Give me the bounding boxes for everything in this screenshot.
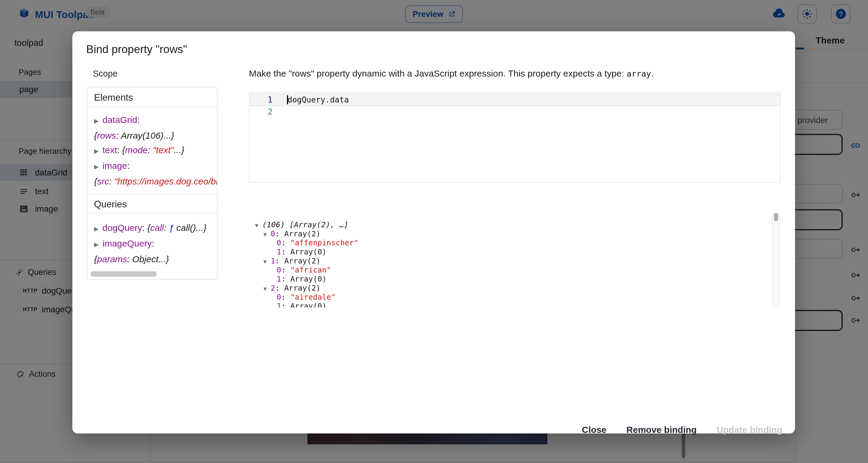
text-segment: : Object...} [127, 254, 169, 264]
text-segment: : Array(0) [281, 274, 327, 283]
text-segment: : [152, 238, 154, 248]
scope-horizontal-scrollbar[interactable] [90, 271, 157, 277]
text-segment: : [127, 160, 130, 171]
text-segment: "airedale" [290, 292, 336, 302]
text-segment: image [102, 160, 127, 171]
text-segment: : [148, 145, 153, 155]
scope-query-row[interactable]: ▶imageQuery: [94, 236, 217, 252]
text-segment: rows [97, 130, 116, 141]
dialog-actions: Close Remove binding Update binding [72, 419, 795, 439]
text-segment: call [150, 222, 164, 233]
text-segment: : [109, 176, 114, 186]
tree-scrollbar-thumb[interactable] [774, 213, 778, 221]
text-segment: : [117, 145, 122, 155]
dialog-title: Bind property "rows" [86, 43, 187, 56]
text-segment: "https://images.dog.ceo/breeds/ [114, 176, 218, 186]
toolpad-editor: MUI Toolpad Beta Preview [0, 0, 868, 463]
js-expression-editor[interactable]: 1 dogQuery.data 2 [249, 92, 781, 183]
text-segment: ▶ [94, 238, 102, 252]
text-segment: array [627, 69, 651, 79]
text-segment: "text" [153, 145, 174, 155]
text-segment: { [122, 145, 125, 155]
text-segment: dogQuery [102, 222, 142, 233]
text-segment: text [102, 145, 117, 155]
tree-row[interactable]: ▼0: Array(2) [249, 229, 781, 238]
text-segment: : Array(2) [275, 283, 321, 292]
text-segment: call()...} [174, 222, 207, 233]
scope-element-row[interactable]: {src: "https://images.dog.ceo/breeds/ [94, 174, 217, 189]
result-preview-tree: ▼(106) [Array(2), …] ▼0: Array(2) 0: "af… [249, 212, 781, 307]
text-segment: 2 [271, 283, 275, 292]
text-segment: 1 [277, 274, 281, 283]
text-segment: imageQuery [102, 238, 152, 248]
tree-row[interactable]: 0: "airedale" [249, 292, 781, 302]
text-segment: 1 [277, 247, 281, 256]
scope-element-row[interactable]: {rows: Array(106)...} [94, 128, 217, 143]
text-segment: ▼ [264, 284, 271, 294]
tree-row[interactable]: 1: Array(0) [249, 302, 781, 307]
scope-panel: Elements ▶dataGrid: {rows: Array(106)...… [87, 87, 218, 280]
text-segment: { [94, 176, 97, 186]
text-segment: 1 [277, 302, 281, 307]
remove-binding-button[interactable]: Remove binding [626, 424, 696, 434]
elements-header: Elements [87, 87, 217, 107]
text-segment: "african" [290, 265, 331, 274]
editor-line[interactable]: 2 [250, 106, 780, 118]
text-segment: { [147, 222, 150, 233]
scope-query-row[interactable]: ▶dogQuery: {call: ƒ call()...} [94, 221, 217, 236]
scope-element-row[interactable]: ▶image: [94, 159, 217, 174]
text-segment: : [164, 222, 169, 233]
text-segment: mode [125, 145, 148, 155]
tree-row[interactable]: ▼2: Array(2) [249, 283, 781, 292]
text-segment: : Array(2) [275, 229, 321, 238]
scope-element-row[interactable]: ▶text: {mode: "text"...} [94, 143, 217, 159]
text-segment: . [651, 68, 653, 79]
tree-row[interactable]: ▼1: Array(2) [249, 256, 781, 265]
update-binding-button[interactable]: Update binding [717, 424, 782, 434]
text-segment: ▶ [94, 144, 102, 159]
tree-row[interactable]: 1: Array(0) [249, 274, 781, 283]
text-segment: dataGrid [102, 115, 137, 125]
text-segment: : [137, 115, 140, 125]
text-segment: 0 [277, 238, 281, 247]
text-segment: src [97, 176, 109, 186]
queries-tree: ▶dogQuery: {call: ƒ call()...} ▶imageQue… [87, 213, 217, 270]
scope-element-row[interactable]: ▶dataGrid: [94, 113, 217, 128]
text-segment: { [94, 254, 97, 264]
tree-scrollbar-track [772, 212, 780, 307]
text-segment: : [281, 238, 290, 247]
editor-line[interactable]: 1 dogQuery.data [250, 93, 780, 106]
scope-query-row[interactable]: {params: Object...} [94, 252, 217, 267]
text-segment: Make the "rows" property dynamic with a … [249, 68, 627, 79]
scope-queries-header: Queries [87, 193, 217, 213]
text-segment: 0 [277, 265, 281, 274]
text-segment: ...} [174, 145, 184, 155]
tree-row[interactable]: 0: "african" [249, 265, 781, 274]
close-button[interactable]: Close [582, 424, 607, 434]
line-number: 2 [250, 106, 273, 118]
tree-row[interactable]: 0: "affenpinscher" [249, 238, 781, 247]
text-segment: 1 [271, 256, 275, 265]
tree-row[interactable]: 1: Array(0) [249, 247, 781, 256]
elements-tree: ▶dataGrid: {rows: Array(106)...} ▶text: … [87, 107, 217, 192]
text-segment: : [281, 292, 290, 302]
text-segment: params [97, 254, 127, 264]
text-segment: 0 [277, 292, 281, 302]
text-segment: : Array(0) [281, 247, 327, 256]
text-segment: 0 [271, 229, 275, 238]
text-segment: ▼ [264, 230, 271, 239]
text-segment: ▼ [255, 221, 262, 230]
text-segment: ▶ [94, 160, 102, 174]
text-segment: ▶ [94, 114, 102, 128]
text-segment: : Array(0) [281, 302, 327, 307]
text-segment: { [94, 130, 97, 141]
text-segment: : Array(2) [275, 256, 321, 265]
dialog-description: Make the "rows" property dynamic with a … [249, 68, 792, 79]
text-segment: ▼ [264, 257, 271, 267]
line-number: 1 [250, 94, 273, 105]
text-segment: : [142, 222, 147, 233]
text-segment: : [281, 265, 290, 274]
text-segment: (106) [Array(2), …] [262, 220, 348, 229]
tree-row[interactable]: ▼(106) [Array(2), …] [249, 220, 781, 229]
text-segment: "affenpinscher" [290, 238, 358, 247]
